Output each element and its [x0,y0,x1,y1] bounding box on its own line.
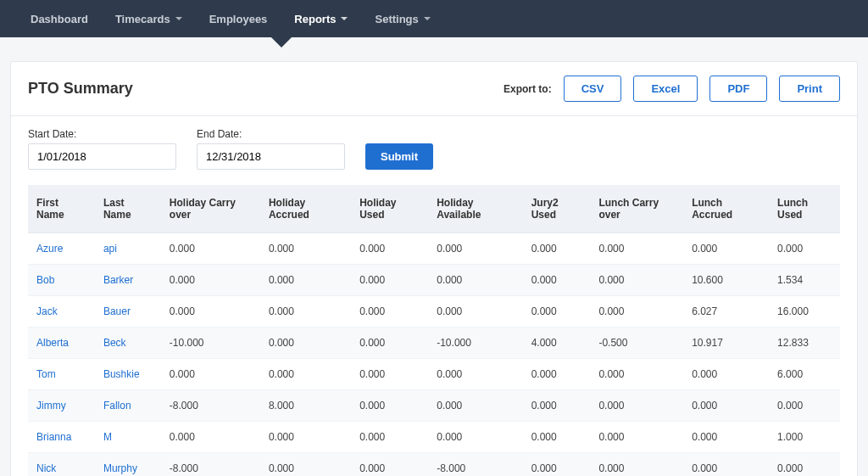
value-cell: 0.000 [260,233,351,265]
value-cell: 0.000 [769,390,840,422]
first-name-link[interactable]: Tom [28,359,95,390]
value-cell: 0.000 [428,296,522,328]
value-cell: 0.000 [351,390,428,422]
value-cell: 0.000 [428,390,522,422]
value-cell: -10.000 [161,328,260,359]
chevron-down-icon [341,17,348,20]
value-cell: 6.027 [683,296,769,328]
nav-item-settings[interactable]: Settings [361,0,443,37]
column-header[interactable]: Holiday Accrued [260,185,351,233]
nav-item-dashboard[interactable]: Dashboard [17,0,102,37]
value-cell: 0.000 [260,296,351,328]
end-date-label: End Date: [197,128,345,140]
table-row: JackBauer0.0000.0000.0000.0000.0000.0006… [28,296,840,328]
value-cell: 0.000 [161,233,260,265]
value-cell: 0.000 [590,233,683,265]
page-title: PTO Summary [28,80,133,98]
value-cell: 0.000 [590,296,683,328]
value-cell: 0.000 [351,422,428,453]
value-cell: 0.000 [428,233,522,265]
value-cell: 0.000 [769,453,840,477]
value-cell: -10.000 [428,328,522,359]
column-header[interactable]: Holiday Used [351,185,428,233]
table-row: BobBarker0.0000.0000.0000.0000.0000.0001… [28,265,840,296]
export-group: Export to: CSV Excel PDF Print [504,76,840,102]
nav-item-label: Settings [375,13,418,25]
chevron-down-icon [424,17,431,20]
end-date-input[interactable] [197,143,345,170]
last-name-link[interactable]: Fallon [95,390,161,422]
value-cell: -8.000 [428,453,522,477]
value-cell: 0.000 [351,233,428,265]
first-name-link[interactable]: Brianna [28,422,95,453]
chevron-down-icon [175,17,182,20]
value-cell: 0.000 [161,359,260,390]
value-cell: 0.000 [351,328,428,359]
export-excel-button[interactable]: Excel [633,76,698,102]
value-cell: 0.000 [523,296,591,328]
pto-summary-table: First NameLast NameHoliday Carry overHol… [28,185,840,476]
value-cell: -0.500 [590,328,683,359]
column-header[interactable]: Holiday Available [428,185,522,233]
value-cell: 0.000 [683,233,769,265]
last-name-link[interactable]: Bauer [95,296,161,328]
value-cell: 1.534 [769,265,840,296]
active-nav-indicator [271,37,292,48]
column-header[interactable]: Jury2 Used [523,185,591,233]
first-name-link[interactable]: Azure [28,233,95,265]
last-name-link[interactable]: api [95,233,161,265]
export-label: Export to: [504,83,552,95]
submit-button[interactable]: Submit [365,143,433,170]
first-name-link[interactable]: Jimmy [28,390,95,422]
nav-item-reports[interactable]: Reports [281,0,361,37]
nav-item-employees[interactable]: Employees [196,0,281,37]
value-cell: 0.000 [683,390,769,422]
date-filter-bar: Start Date: End Date: Submit [11,116,857,185]
nav-item-label: Reports [294,13,336,25]
table-row: JimmyFallon-8.0008.0000.0000.0000.0000.0… [28,390,840,422]
value-cell: 0.000 [590,359,683,390]
first-name-link[interactable]: Jack [28,296,95,328]
value-cell: 0.000 [428,422,522,453]
last-name-link[interactable]: M [95,422,161,453]
value-cell: 0.000 [260,422,351,453]
table-row: Azureapi0.0000.0000.0000.0000.0000.0000.… [28,233,840,265]
value-cell: 0.000 [523,233,591,265]
value-cell: -8.000 [161,453,260,477]
value-cell: 0.000 [260,453,351,477]
value-cell: 10.917 [683,328,769,359]
value-cell: 0.000 [683,453,769,477]
value-cell: 0.000 [260,328,351,359]
export-pdf-button[interactable]: PDF [709,76,767,102]
last-name-link[interactable]: Bushkie [95,359,161,390]
first-name-link[interactable]: Bob [28,265,95,296]
table-row: AlbertaBeck-10.0000.0000.000-10.0004.000… [28,328,840,359]
value-cell: 0.000 [351,453,428,477]
nav-item-label: Dashboard [31,13,88,25]
value-cell: 0.000 [523,390,591,422]
column-header[interactable]: Last Name [95,185,161,233]
last-name-link[interactable]: Barker [95,265,161,296]
nav-item-timecards[interactable]: Timecards [102,0,196,37]
export-csv-button[interactable]: CSV [564,76,622,102]
column-header[interactable]: Holiday Carry over [161,185,260,233]
table-row: NickMurphy-8.0000.0000.000-8.0000.0000.0… [28,453,840,477]
column-header[interactable]: Lunch Accrued [683,185,769,233]
column-header[interactable]: First Name [28,185,95,233]
value-cell: 0.000 [590,265,683,296]
column-header[interactable]: Lunch Carry over [590,185,683,233]
value-cell: 0.000 [590,422,683,453]
first-name-link[interactable]: Nick [28,453,95,477]
value-cell: 0.000 [683,422,769,453]
value-cell: 6.000 [769,359,840,390]
first-name-link[interactable]: Alberta [28,328,95,359]
value-cell: 0.000 [523,422,591,453]
value-cell: 16.000 [769,296,840,328]
last-name-link[interactable]: Beck [95,328,161,359]
export-print-button[interactable]: Print [779,76,840,102]
column-header[interactable]: Lunch Used [769,185,840,233]
last-name-link[interactable]: Murphy [95,453,161,477]
nav-item-label: Employees [209,13,268,25]
value-cell: 0.000 [590,390,683,422]
start-date-input[interactable] [28,143,176,170]
